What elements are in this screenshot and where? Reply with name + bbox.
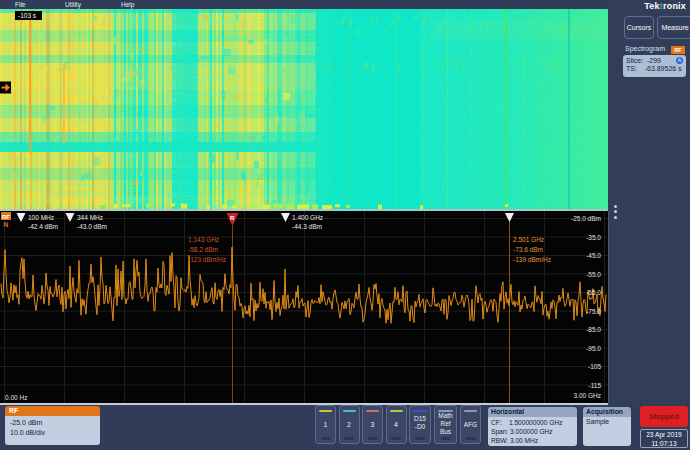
svg-text:-95.0: -95.0 [586, 345, 601, 352]
svg-text:1.400 GHz: 1.400 GHz [292, 214, 323, 221]
svg-text:-103 s: -103 s [18, 12, 37, 19]
svg-text:-55.0: -55.0 [586, 271, 601, 278]
svg-text:R: R [230, 215, 235, 221]
svg-text:0.00 Hz: 0.00 Hz [5, 394, 27, 401]
svg-text:-45.0: -45.0 [586, 252, 601, 259]
svg-text:-123 dBm/Hz: -123 dBm/Hz [188, 256, 226, 263]
svg-text:-139 dBm/Hz: -139 dBm/Hz [513, 256, 551, 263]
svg-text:-73.6 dBm: -73.6 dBm [513, 246, 543, 253]
svg-text:1.143 GHz: 1.143 GHz [188, 236, 219, 243]
svg-text:RF: RF [2, 214, 10, 220]
svg-text:-25.0 dBm: -25.0 dBm [571, 215, 601, 222]
svg-text:3.00 GHz: 3.00 GHz [574, 392, 601, 399]
svg-text:-115: -115 [588, 382, 601, 389]
svg-text:-43.0 dBm: -43.0 dBm [77, 223, 107, 230]
svg-text:N: N [4, 221, 9, 228]
svg-text:-44.3 dBm: -44.3 dBm [292, 223, 322, 230]
svg-text:344 MHz: 344 MHz [77, 214, 103, 221]
svg-text:-35.0: -35.0 [586, 234, 601, 241]
svg-text:-42.4 dBm: -42.4 dBm [28, 223, 58, 230]
svg-text:100 MHz: 100 MHz [28, 214, 54, 221]
svg-text:-75.0: -75.0 [586, 308, 601, 315]
svg-text:2.501 GHz: 2.501 GHz [513, 236, 544, 243]
svg-text:-85.0: -85.0 [586, 326, 601, 333]
svg-text:-105: -105 [588, 363, 601, 370]
svg-text:-65.0: -65.0 [586, 289, 601, 296]
svg-text:-58.2 dBm: -58.2 dBm [188, 246, 218, 253]
